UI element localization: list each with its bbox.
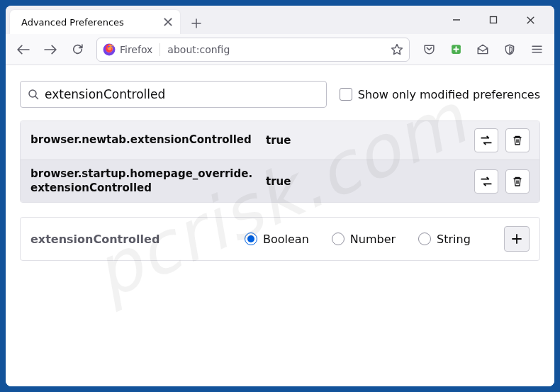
about-config-content: extensionControlled Show only modified p… <box>6 65 554 386</box>
toggle-icon <box>480 134 493 147</box>
search-input[interactable]: extensionControlled <box>20 81 327 108</box>
browser-window: Advanced Preferences <box>6 6 554 386</box>
browser-tab[interactable]: Advanced Preferences <box>10 10 180 34</box>
preference-row: browser.startup.homepage_override.extens… <box>21 159 539 202</box>
preference-actions <box>474 169 530 194</box>
account-icon[interactable] <box>471 38 495 62</box>
minimize-button[interactable] <box>442 10 471 30</box>
show-modified-checkbox[interactable]: Show only modified preferences <box>340 88 540 101</box>
tab-title: Advanced Preferences <box>21 17 163 28</box>
close-window-button[interactable] <box>516 10 544 30</box>
search-row: extensionControlled Show only modified p… <box>20 81 540 108</box>
toggle-icon <box>480 175 493 188</box>
close-icon[interactable] <box>163 17 173 27</box>
protections-icon[interactable] <box>498 38 522 62</box>
new-tab-button[interactable] <box>186 13 207 34</box>
preference-value: true <box>266 134 467 147</box>
preferences-table: browser.newtab.extensionControlled true … <box>20 121 540 203</box>
forward-button[interactable] <box>38 38 62 62</box>
window-controls <box>442 10 550 34</box>
site-identity-label: Firefox <box>120 44 152 55</box>
add-preference-button[interactable] <box>504 226 530 252</box>
tab-strip: Advanced Preferences <box>6 6 554 34</box>
checkbox-icon <box>340 88 352 101</box>
preference-name: browser.newtab.extensionControlled <box>30 133 259 147</box>
search-icon <box>28 89 39 100</box>
delete-button[interactable] <box>505 169 530 194</box>
site-identity[interactable]: Firefox <box>103 43 160 56</box>
toggle-button[interactable] <box>474 169 498 194</box>
radio-icon <box>245 233 257 245</box>
svg-rect-0 <box>491 17 497 23</box>
reload-button[interactable] <box>65 38 89 62</box>
url-bar[interactable]: Firefox about:config <box>96 38 410 62</box>
trash-icon <box>512 176 523 187</box>
radio-icon <box>332 233 345 245</box>
radio-boolean[interactable]: Boolean <box>245 233 309 246</box>
preference-name: browser.startup.homepage_override.extens… <box>30 167 259 195</box>
new-preference-section: extensionControlled Boolean Number Strin… <box>20 217 540 261</box>
maximize-button[interactable] <box>479 10 508 30</box>
navigation-toolbar: Firefox about:config <box>6 34 554 65</box>
preference-row: browser.newtab.extensionControlled true <box>21 121 539 159</box>
extension-icon[interactable] <box>444 38 468 62</box>
pocket-icon[interactable] <box>417 38 441 62</box>
new-preference-name: extensionControlled <box>30 233 237 246</box>
plus-icon <box>511 233 522 245</box>
type-radio-group: Boolean Number String <box>245 233 497 246</box>
preference-actions <box>474 128 530 152</box>
firefox-logo-icon <box>103 43 116 56</box>
radio-icon <box>418 233 431 245</box>
trash-icon <box>512 135 523 146</box>
show-modified-label: Show only modified preferences <box>358 88 540 101</box>
back-button[interactable] <box>11 38 35 62</box>
radio-string[interactable]: String <box>418 233 471 246</box>
menu-icon[interactable] <box>525 38 549 62</box>
bookmark-star-icon[interactable] <box>391 43 403 56</box>
url-text: about:config <box>160 44 391 55</box>
delete-button[interactable] <box>505 128 530 152</box>
search-value: extensionControlled <box>45 87 165 101</box>
preference-value: true <box>266 175 467 188</box>
toggle-button[interactable] <box>474 128 498 152</box>
radio-number[interactable]: Number <box>332 233 396 246</box>
